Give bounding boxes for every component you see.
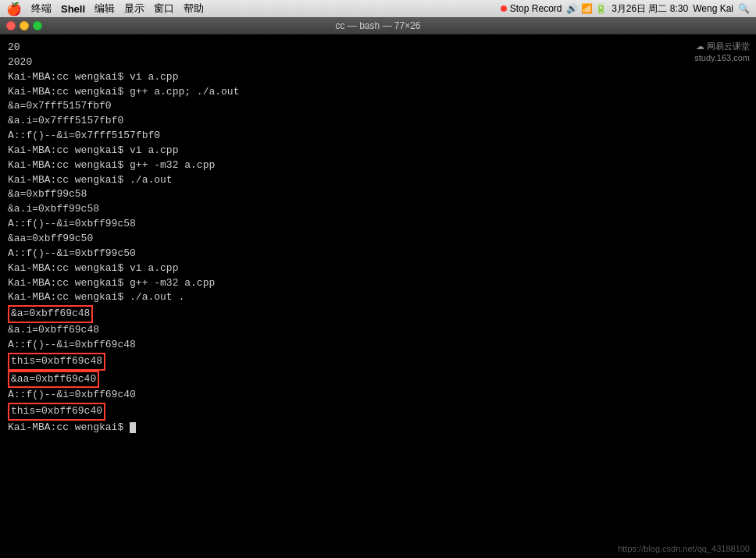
line-15: A::f()--&i=0xbff99c50 — [8, 247, 748, 261]
menubar-shell[interactable]: Shell — [61, 3, 85, 15]
line-12: &a.i=0xbff99c58 — [8, 202, 748, 217]
watermark-bottom: https://blog.csdn.net/qq_43188100 — [618, 543, 750, 555]
menubar-icons: 🔊 📶 🔋 — [566, 3, 607, 14]
terminal-titlebar: cc — bash — 77×26 — [0, 17, 756, 34]
terminal-content[interactable]: ☁ 网易云课堂 study.163.com 20 2020 Kai-MBA:cc… — [0, 34, 756, 558]
line-8: Kai-MBA:cc wengkai$ vi a.cpp — [8, 144, 748, 158]
line-2: 2020 — [8, 55, 748, 70]
stop-record-dot — [501, 5, 507, 12]
traffic-lights — [6, 21, 42, 30]
line-highlighted-4: this=0xbff69c40 — [8, 403, 748, 421]
terminal-title: cc — bash — 77×26 — [335, 20, 420, 31]
search-icon[interactable]: 🔍 — [738, 3, 750, 14]
highlight-addr-aa: &aa=0xbff69c40 — [8, 371, 99, 389]
watermark-top: ☁ 网易云课堂 study.163.com — [694, 41, 750, 65]
line-6: &a.i=0x7fff5157fbf0 — [8, 114, 748, 129]
menubar-user: Weng Kai — [693, 3, 733, 14]
apple-menu[interactable]: 🍎 — [6, 2, 22, 16]
line-3: Kai-MBA:cc wengkai$ vi a.cpp — [8, 70, 748, 85]
line-highlighted-3: &aa=0xbff69c40 — [8, 371, 748, 389]
line-19: &a.i=0xbff69c48 — [8, 323, 748, 338]
line-1: 20 — [8, 41, 748, 55]
maximize-button[interactable] — [33, 21, 42, 30]
line-18: Kai-MBA:cc wengkai$ ./a.out . — [8, 290, 748, 305]
line-21: A::f()--&i=0xbff69c40 — [8, 388, 748, 403]
line-5: &a=0x7fff5157fbf0 — [8, 99, 748, 114]
line-17: Kai-MBA:cc wengkai$ g++ -m32 a.cpp — [8, 276, 748, 291]
line-highlighted-1: &a=0xbff69c48 — [8, 305, 748, 323]
line-prompt-final: Kai-MBA:cc wengkai$ — [8, 421, 748, 435]
stop-record-label[interactable]: Stop Record — [510, 3, 562, 14]
terminal-window: cc — bash — 77×26 ☁ 网易云课堂 study.163.com … — [0, 17, 756, 558]
terminal-cursor — [130, 422, 136, 433]
stop-record-indicator[interactable]: Stop Record — [501, 3, 562, 14]
highlight-this-1: this=0xbff69c48 — [8, 353, 105, 371]
menubar-right-area: Stop Record 🔊 📶 🔋 3月26日 周二 8:30 Weng Kai… — [501, 0, 750, 17]
menubar-view[interactable]: 显示 — [124, 2, 144, 16]
menubar-datetime: 3月26日 周二 8:30 — [612, 2, 688, 16]
line-10: Kai-MBA:cc wengkai$ ./a.out — [8, 173, 748, 188]
menubar-help[interactable]: 帮助 — [184, 2, 204, 16]
minimize-button[interactable] — [20, 21, 29, 30]
line-9: Kai-MBA:cc wengkai$ g++ -m32 a.cpp — [8, 158, 748, 173]
menubar-edit[interactable]: 编辑 — [94, 2, 115, 16]
menubar-window[interactable]: 窗口 — [154, 2, 174, 16]
menubar: 🍎 终端 Shell 编辑 显示 窗口 帮助 Stop Record 🔊 📶 🔋… — [0, 0, 756, 17]
line-16: Kai-MBA:cc wengkai$ vi a.cpp — [8, 261, 748, 276]
line-11: &a=0xbff99c58 — [8, 187, 748, 202]
line-highlighted-2: this=0xbff69c48 — [8, 353, 748, 371]
close-button[interactable] — [6, 21, 16, 30]
highlight-addr-a: &a=0xbff69c48 — [8, 305, 93, 323]
highlight-this-2: this=0xbff69c40 — [8, 403, 105, 421]
line-4: Kai-MBA:cc wengkai$ g++ a.cpp; ./a.out — [8, 85, 748, 100]
line-7: A::f()--&i=0x7fff5157fbf0 — [8, 129, 748, 144]
line-14: &aa=0xbff99c50 — [8, 232, 748, 247]
line-13: A::f()--&i=0xbff99c58 — [8, 217, 748, 232]
menubar-terminal[interactable]: 终端 — [31, 2, 52, 16]
watermark-url-top: study.163.com — [694, 52, 750, 64]
line-20: A::f()--&i=0xbff69c48 — [8, 338, 748, 353]
watermark-cloud-icon: ☁ 网易云课堂 — [694, 41, 750, 52]
